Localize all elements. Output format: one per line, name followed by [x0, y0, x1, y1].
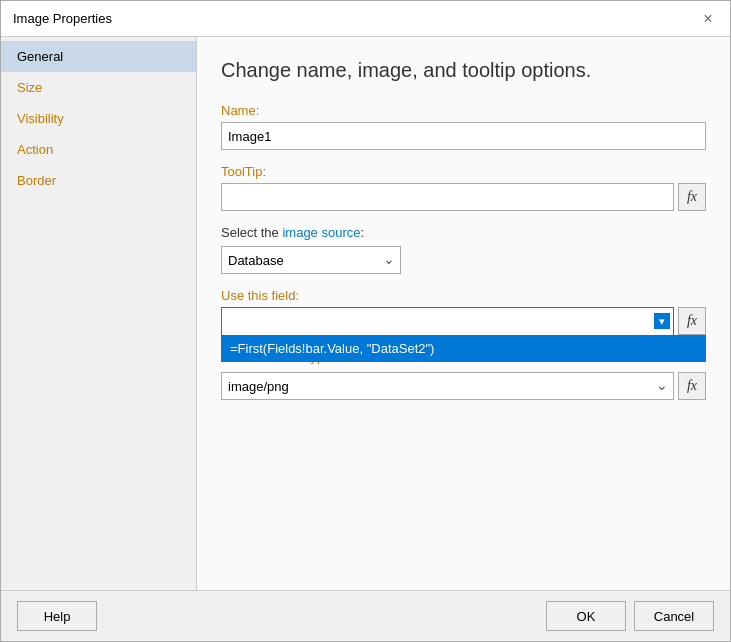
image-source-label: Select the image source: — [221, 225, 706, 240]
name-label: Name: — [221, 103, 706, 118]
use-field-dropdown-container: fx =First(Fields!bar.Value, "DataSet2") — [221, 307, 706, 335]
sidebar-item-border[interactable]: Border — [1, 165, 196, 196]
use-field-input[interactable] — [221, 307, 674, 335]
tooltip-input-row: fx — [221, 183, 706, 211]
tooltip-field-group: ToolTip: fx — [221, 164, 706, 211]
tooltip-label: ToolTip: — [221, 164, 706, 179]
sidebar: General Size Visibility Action Border — [1, 37, 197, 590]
close-button[interactable]: × — [698, 9, 718, 29]
name-input[interactable] — [221, 122, 706, 150]
help-button[interactable]: Help — [17, 601, 97, 631]
image-source-group: Select the image source: Database Extern… — [221, 225, 706, 274]
footer-left: Help — [17, 601, 97, 631]
use-field-dropdown-list: =First(Fields!bar.Value, "DataSet2") — [221, 335, 706, 362]
image-source-select[interactable]: Database External Embedded — [221, 246, 401, 274]
title-bar: Image Properties × — [1, 1, 730, 37]
tooltip-input[interactable] — [221, 183, 674, 211]
dropdown-list-item-0[interactable]: =First(Fields!bar.Value, "DataSet2") — [222, 336, 705, 361]
dropdown-input-row: fx — [221, 307, 706, 335]
cancel-button[interactable]: Cancel — [634, 601, 714, 631]
dialog-body: General Size Visibility Action Border Ch… — [1, 37, 730, 590]
sidebar-item-action-label: Action — [17, 142, 53, 157]
image-source-select-wrapper: Database External Embedded — [221, 246, 401, 274]
ok-button[interactable]: OK — [546, 601, 626, 631]
dialog-footer: Help OK Cancel — [1, 590, 730, 641]
mime-select-wrapper: image/png image/jpeg image/gif image/bmp — [221, 372, 674, 400]
mime-fx-button[interactable]: fx — [678, 372, 706, 400]
image-properties-dialog: Image Properties × General Size Visibili… — [0, 0, 731, 642]
tooltip-fx-button[interactable]: fx — [678, 183, 706, 211]
sidebar-item-visibility[interactable]: Visibility — [1, 103, 196, 134]
use-field-fx-button[interactable]: fx — [678, 307, 706, 335]
use-field-group: Use this field: fx =First(Fields!bar.Val… — [221, 288, 706, 335]
use-field-label: Use this field: — [221, 288, 706, 303]
sidebar-item-general-label: General — [17, 49, 63, 64]
mime-row: image/png image/jpeg image/gif image/bmp… — [221, 372, 706, 400]
mime-type-select[interactable]: image/png image/jpeg image/gif image/bmp — [221, 372, 674, 400]
dropdown-input-wrapper — [221, 307, 674, 335]
sidebar-item-general[interactable]: General — [1, 41, 196, 72]
sidebar-item-visibility-label: Visibility — [17, 111, 64, 126]
sidebar-item-border-label: Border — [17, 173, 56, 188]
page-title: Change name, image, and tooltip options. — [221, 57, 706, 83]
main-content: Change name, image, and tooltip options.… — [197, 37, 730, 590]
footer-right: OK Cancel — [546, 601, 714, 631]
dialog-title: Image Properties — [13, 11, 112, 26]
sidebar-item-size[interactable]: Size — [1, 72, 196, 103]
sidebar-item-action[interactable]: Action — [1, 134, 196, 165]
sidebar-item-size-label: Size — [17, 80, 42, 95]
name-field-group: Name: — [221, 103, 706, 150]
